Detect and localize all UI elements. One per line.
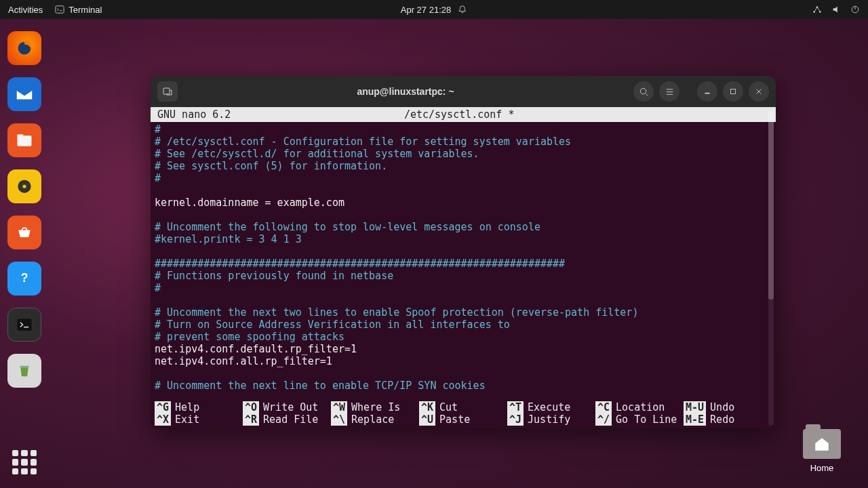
scrollbar-thumb[interactable] xyxy=(768,111,774,300)
power-icon[interactable] xyxy=(850,5,860,14)
active-app[interactable]: Terminal xyxy=(55,5,102,15)
svg-line-16 xyxy=(646,94,648,96)
shortcut-label: Execute xyxy=(528,401,570,413)
shortcut: M-UUndo xyxy=(684,401,772,413)
editor-line xyxy=(155,294,772,306)
shortcut-label: Justify xyxy=(528,413,570,426)
shortcut-label: Where Is xyxy=(351,401,400,413)
shortcut-label: Undo xyxy=(710,401,734,413)
nano-header: GNU nano 6.2 /etc/sysctl.conf * xyxy=(151,107,776,122)
editor-line: # xyxy=(155,123,772,136)
editor-line: # prevent some spoofing attacks xyxy=(155,331,772,343)
shortcut-key: ^/ xyxy=(595,413,612,426)
shortcut-key: ^C xyxy=(595,401,612,413)
editor-line: # Uncomment the next line to enable TCP/… xyxy=(155,380,772,392)
shortcut: ^UPaste xyxy=(419,413,507,426)
shortcut-key: M-E xyxy=(684,413,706,426)
clock[interactable]: Apr 27 21:28 xyxy=(401,5,451,15)
editor-line xyxy=(155,184,772,197)
dock-trash[interactable] xyxy=(7,354,41,388)
dock-software[interactable] xyxy=(7,216,41,249)
dock-thunderbird[interactable] xyxy=(7,77,41,111)
editor-line: # See sysctl.conf (5) for information. xyxy=(155,160,772,172)
shortcut-key: ^K xyxy=(419,401,435,413)
shortcut-label: Write Out xyxy=(263,401,318,413)
dock-rhythmbox[interactable] xyxy=(7,169,41,203)
dock-terminal[interactable] xyxy=(7,308,41,342)
shortcut: ^CLocation xyxy=(595,401,684,413)
window-titlebar[interactable]: anup@linuxstartpc: ~ xyxy=(151,76,776,107)
nano-filename: /etc/sysctl.conf * xyxy=(404,108,515,121)
minimize-button[interactable] xyxy=(697,81,717,102)
terminal-icon xyxy=(55,5,64,14)
shortcut-key: ^R xyxy=(243,413,259,426)
folder-icon xyxy=(803,429,841,459)
shortcut-key: ^O xyxy=(243,401,259,413)
shortcut: ^RRead File xyxy=(243,413,331,426)
terminal-window: anup@linuxstartpc: ~ GNU nano 6.2 /etc/s… xyxy=(151,76,776,428)
dock-files[interactable] xyxy=(7,123,41,157)
editor-line: # /etc/sysctl.conf - Configuration file … xyxy=(155,136,772,148)
active-app-label: Terminal xyxy=(68,5,102,15)
editor-line: # Functions previously found in netbase xyxy=(155,270,772,282)
shortcut-label: Cut xyxy=(439,401,458,413)
shortcut: ^/Go To Line xyxy=(595,413,684,426)
desktop-home-icon[interactable]: Home xyxy=(803,429,841,473)
svg-rect-12 xyxy=(18,319,32,331)
editor-line: # Uncomment the following to stop low-le… xyxy=(155,221,772,233)
new-tab-button[interactable] xyxy=(157,81,178,102)
network-icon[interactable] xyxy=(812,5,822,14)
shortcut-key: ^U xyxy=(419,413,435,426)
search-button[interactable] xyxy=(633,81,654,102)
shortcut: M-ERedo xyxy=(684,413,772,426)
dock-firefox[interactable] xyxy=(7,31,41,65)
shortcut-label: Go To Line xyxy=(616,413,677,426)
editor-content[interactable]: ## /etc/sysctl.conf - Configuration file… xyxy=(151,122,776,401)
shortcut-label: Exit xyxy=(175,413,199,426)
shortcut-label: Replace xyxy=(351,413,394,426)
editor-line xyxy=(155,367,772,380)
bell-icon[interactable] xyxy=(458,5,467,14)
top-bar: Activities Terminal Apr 27 21:28 xyxy=(0,0,868,19)
shortcut: ^GHelp xyxy=(155,401,243,413)
scrollbar[interactable] xyxy=(768,111,774,426)
volume-icon[interactable] xyxy=(831,5,841,14)
editor-line: ########################################… xyxy=(155,258,772,270)
shortcut: ^XExit xyxy=(155,413,243,426)
svg-point-15 xyxy=(640,88,646,94)
svg-rect-0 xyxy=(56,6,64,14)
editor-line: #kernel.printk = 3 4 1 3 xyxy=(155,233,772,245)
shortcut: ^WWhere Is xyxy=(331,401,419,413)
desktop-home-label: Home xyxy=(810,463,834,473)
shortcut-key: ^J xyxy=(507,413,524,426)
editor-line xyxy=(155,245,772,258)
dock-help[interactable]: ? xyxy=(7,262,41,296)
shortcut-label: Location xyxy=(616,401,665,413)
shortcut-key: ^X xyxy=(155,413,171,426)
shortcut-label: Help xyxy=(175,401,199,413)
shortcut-label: Paste xyxy=(439,413,470,426)
shortcut-key: ^\ xyxy=(331,413,347,426)
activities-button[interactable]: Activities xyxy=(8,5,43,15)
svg-rect-7 xyxy=(18,136,32,146)
nano-version: GNU nano 6.2 xyxy=(157,108,231,121)
svg-rect-14 xyxy=(163,88,170,94)
svg-text:?: ? xyxy=(21,271,28,285)
nano-shortcuts: ^GHelp^OWrite Out^WWhere Is^KCut^TExecut… xyxy=(151,401,776,428)
shortcut: ^JJustify xyxy=(507,413,595,426)
show-apps-button[interactable] xyxy=(12,450,37,474)
close-button[interactable] xyxy=(749,81,769,102)
editor-line: net.ipv4.conf.all.rp_filter=1 xyxy=(155,355,772,367)
svg-point-10 xyxy=(22,184,26,188)
shortcut: ^KCut xyxy=(419,401,507,413)
shortcut-key: M-U xyxy=(684,401,706,413)
editor-line: # xyxy=(155,172,772,184)
dock: ? xyxy=(0,19,49,488)
shortcut-key: ^W xyxy=(331,401,347,413)
maximize-button[interactable] xyxy=(723,81,743,102)
editor-line xyxy=(155,209,772,221)
hamburger-menu-button[interactable] xyxy=(659,81,679,102)
editor-line: # Turn on Source Address Verification in… xyxy=(155,319,772,331)
editor-line: net.ipv4.conf.default.rp_filter=1 xyxy=(155,343,772,355)
shortcut: ^OWrite Out xyxy=(243,401,331,413)
